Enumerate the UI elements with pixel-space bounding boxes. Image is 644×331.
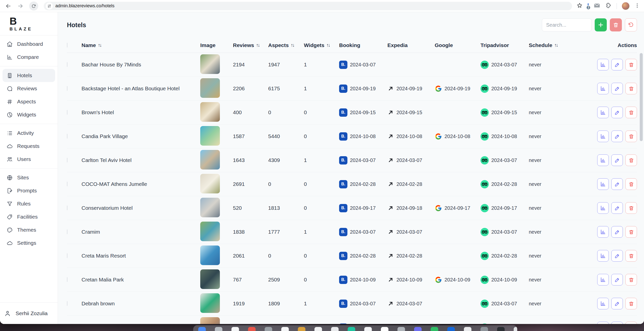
edit-button[interactable] — [611, 83, 623, 94]
select-all-checkbox[interactable] — [67, 43, 67, 48]
dock-app-icon[interactable] — [447, 327, 455, 331]
dock-app-icon[interactable] — [215, 327, 222, 331]
dock-app-icon[interactable] — [348, 327, 355, 331]
url-bar[interactable]: admin.blazereviews.co/hotels — [44, 2, 572, 10]
delete-button[interactable] — [625, 274, 637, 285]
dock-app-icon[interactable] — [298, 327, 305, 331]
dock-app-icon[interactable] — [265, 327, 272, 331]
delete-button[interactable] — [625, 83, 637, 94]
sort-icon[interactable]: ↑↓ — [554, 43, 557, 48]
macos-dock[interactable] — [193, 325, 517, 331]
profile-avatar[interactable] — [622, 2, 629, 10]
row-checkbox[interactable] — [67, 62, 67, 67]
extension-tabs-icon[interactable]: 2 — [588, 4, 589, 8]
dock-app-icon[interactable] — [497, 327, 505, 331]
edit-button[interactable] — [611, 274, 623, 285]
row-checkbox[interactable] — [67, 134, 67, 139]
mail-icon[interactable] — [594, 2, 600, 10]
row-checkbox[interactable] — [67, 110, 67, 115]
edit-button[interactable] — [611, 59, 623, 70]
sidebar-item-prompts[interactable]: Prompts — [3, 184, 55, 197]
edit-button[interactable] — [611, 250, 623, 262]
sidebar-user[interactable]: Serhii Zozulia — [0, 302, 58, 324]
sidebar-item-requests[interactable]: Requests — [3, 140, 55, 153]
edit-button[interactable] — [611, 298, 623, 309]
dock-app-icon[interactable] — [480, 327, 488, 331]
sort-icon[interactable]: ↑↓ — [326, 43, 330, 48]
stats-button[interactable] — [597, 59, 609, 70]
delete-button[interactable] — [625, 154, 637, 166]
sidebar-item-facilities[interactable]: Facilities — [3, 210, 55, 223]
sort-icon[interactable]: ↑↓ — [98, 43, 101, 48]
stats-button[interactable] — [597, 107, 609, 118]
sidebar-item-rules[interactable]: Rules — [3, 197, 55, 210]
stats-button[interactable] — [597, 226, 609, 238]
edit-button[interactable] — [611, 131, 623, 142]
dock-app-icon[interactable] — [381, 327, 388, 331]
dock-app-icon[interactable] — [364, 327, 372, 331]
dock-app-icon[interactable] — [464, 327, 471, 331]
sidebar-item-widgets[interactable]: Widgets — [3, 108, 55, 121]
stats-button[interactable] — [597, 83, 609, 94]
scrollbar-thumb[interactable] — [640, 53, 643, 141]
dock-app-icon[interactable] — [431, 327, 438, 331]
stats-button[interactable] — [597, 298, 609, 309]
restore-button[interactable] — [625, 18, 637, 31]
column-header-name[interactable]: Name↑↓ — [82, 42, 200, 48]
back-icon[interactable] — [5, 3, 12, 9]
dock-app-icon[interactable] — [514, 327, 517, 331]
row-checkbox[interactable] — [67, 205, 67, 210]
sidebar-item-activity[interactable]: Activity — [3, 127, 55, 140]
row-checkbox[interactable] — [67, 253, 67, 258]
row-checkbox[interactable] — [67, 86, 67, 91]
column-header-aspects[interactable]: Aspects↑↓ — [268, 42, 304, 48]
sidebar-item-settings[interactable]: Settings — [3, 236, 55, 250]
row-checkbox[interactable] — [67, 229, 67, 234]
delete-button[interactable] — [625, 107, 637, 118]
sort-icon[interactable]: ↑↓ — [256, 43, 259, 48]
stats-button[interactable] — [597, 250, 609, 262]
dock-app-icon[interactable] — [281, 327, 289, 331]
column-header-widgets[interactable]: Widgets↑↓ — [304, 42, 339, 48]
delete-button[interactable] — [625, 250, 637, 262]
dock-app-icon[interactable] — [414, 327, 422, 331]
edit-button[interactable] — [611, 178, 623, 190]
stats-button[interactable] — [597, 202, 609, 214]
stats-button[interactable] — [597, 131, 609, 142]
column-header-reviews[interactable]: Reviews↑↓ — [233, 42, 268, 48]
reload-icon[interactable] — [29, 2, 38, 11]
delete-button[interactable] — [625, 226, 637, 238]
extensions-puzzle-icon[interactable] — [605, 2, 612, 10]
delete-button[interactable] — [625, 178, 637, 190]
delete-button[interactable] — [625, 59, 637, 70]
dock-app-icon[interactable] — [331, 327, 339, 331]
dock-app-icon[interactable] — [231, 327, 239, 331]
stats-button[interactable] — [597, 154, 609, 166]
dock-app-icon[interactable] — [314, 327, 322, 331]
edit-button[interactable] — [611, 107, 623, 118]
edit-button[interactable] — [611, 322, 623, 324]
delete-button[interactable] — [625, 298, 637, 309]
forward-icon[interactable] — [17, 3, 24, 9]
sort-icon[interactable]: ↑↓ — [291, 43, 294, 48]
sidebar-item-themes[interactable]: Themes — [3, 223, 55, 236]
dock-app-icon[interactable] — [198, 327, 206, 331]
site-controls-icon[interactable] — [46, 3, 53, 10]
dock-app-icon[interactable] — [248, 327, 256, 331]
delete-button[interactable] — [625, 322, 637, 324]
dock-app-icon[interactable] — [397, 327, 405, 331]
row-checkbox[interactable] — [67, 277, 67, 282]
row-checkbox[interactable] — [67, 158, 67, 162]
edit-button[interactable] — [611, 226, 623, 238]
sidebar-item-hotels[interactable]: Hotels — [3, 69, 55, 82]
bookmark-star-icon[interactable] — [577, 3, 583, 10]
add-hotel-button[interactable] — [595, 18, 607, 31]
sidebar-item-users[interactable]: Users — [3, 153, 55, 166]
stats-button[interactable] — [597, 178, 609, 190]
sidebar-item-compare[interactable]: Compare — [3, 51, 55, 64]
bulk-delete-button[interactable] — [610, 18, 622, 31]
delete-button[interactable] — [625, 131, 637, 142]
search-input[interactable] — [542, 18, 592, 31]
sidebar-item-dashboard[interactable]: Dashboard — [3, 37, 55, 51]
menu-dots-icon[interactable] — [634, 3, 640, 9]
